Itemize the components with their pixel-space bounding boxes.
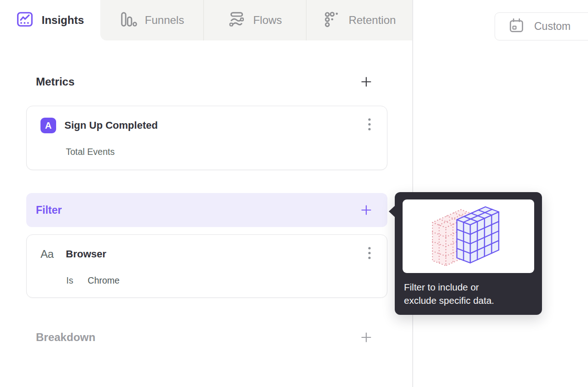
filter-operator[interactable]: Is [66,275,73,285]
filter-value[interactable]: Chrome [88,275,120,285]
metric-card-sign-up-completed[interactable]: A Sign Up Completed Total Events [26,106,387,170]
metrics-section-header: Metrics [26,71,387,93]
funnels-bars-icon [120,11,137,30]
tab-label: Funnels [145,14,184,27]
filter-card-title: Browser [66,248,106,260]
metrics-title: Metrics [36,75,75,88]
breakdown-section-header: Breakdown [26,324,387,350]
tab-insights[interactable]: Insights [0,0,100,40]
filter-cube-illustration [403,199,534,273]
tab-label: Retention [349,14,396,27]
calendar-icon [508,17,525,35]
tab-retention[interactable]: Retention [306,0,413,40]
kebab-menu-icon[interactable] [366,116,373,135]
tab-funnels[interactable]: Funnels [100,0,203,40]
filter-title: Filter [36,204,62,216]
tab-label: Insights [41,14,84,27]
add-metric-plus-icon[interactable] [361,76,372,87]
kebab-menu-icon[interactable] [366,245,373,263]
tab-flows[interactable]: Flows [203,0,306,40]
insights-chart-icon [16,11,34,30]
custom-date-button[interactable]: Custom [495,12,588,40]
filter-card-browser[interactable]: Aa Browser Is Chrome [26,234,387,298]
breakdown-title: Breakdown [36,331,95,344]
string-property-icon: Aa [40,248,58,261]
add-breakdown-plus-icon[interactable] [361,332,372,343]
filter-help-tooltip: Filter to include or exclude specific da… [395,192,542,315]
add-filter-plus-icon[interactable] [361,205,372,216]
metric-card-subtitle[interactable]: Total Events [66,147,373,157]
tooltip-text: Filter to include or exclude specific da… [404,280,494,307]
metric-card-title: Sign Up Completed [64,120,158,131]
tooltip-arrow [389,205,395,217]
metric-series-badge: A [40,118,56,133]
retention-dots-icon [323,11,341,30]
flows-stream-icon [228,11,245,30]
custom-date-label: Custom [534,20,571,33]
tab-label: Flows [253,14,282,27]
filter-section-header[interactable]: Filter [26,193,387,227]
